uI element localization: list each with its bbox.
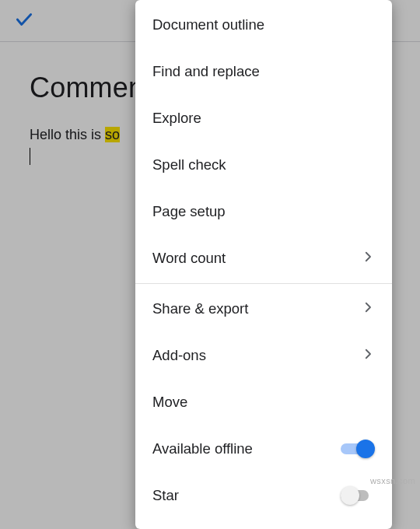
menu-item-move[interactable]: Move — [135, 379, 392, 426]
menu-item-label: Share & export — [152, 300, 361, 317]
menu-item-label: Word count — [152, 250, 361, 267]
app-root: Comment usage Hello this is so Document … — [0, 0, 420, 529]
menu-item-label: Spell check — [152, 156, 375, 173]
chevron-right-icon — [361, 347, 375, 365]
menu-item-label: Page setup — [152, 203, 375, 220]
chevron-right-icon — [361, 250, 375, 268]
menu-item-available-offline[interactable]: Available offline — [135, 426, 392, 472]
menu-item-label: Document outline — [152, 16, 375, 33]
menu-item-word-count[interactable]: Word count — [135, 235, 392, 282]
toggle-thumb — [341, 486, 359, 505]
menu-item-share-export[interactable]: Share & export — [135, 286, 392, 332]
watermark: wsxsn.com — [370, 476, 415, 485]
chevron-right-icon — [361, 300, 375, 318]
menu-item-spell-check[interactable]: Spell check — [135, 142, 392, 188]
menu-divider — [135, 283, 392, 284]
toggle-available-offline[interactable] — [341, 440, 375, 458]
menu-item-page-setup[interactable]: Page setup — [135, 188, 392, 235]
menu-item-explore[interactable]: Explore — [135, 95, 392, 142]
toggle-thumb — [356, 440, 375, 458]
menu-item-label: Available offline — [152, 440, 341, 457]
toggle-star[interactable] — [341, 486, 375, 505]
menu-item-label: Star — [152, 487, 341, 504]
menu-item-label: Move — [152, 394, 375, 411]
menu-item-label: Explore — [152, 110, 375, 127]
overflow-menu: Document outlineFind and replaceExploreS… — [135, 0, 392, 529]
menu-item-label: Find and replace — [152, 63, 375, 80]
menu-item-find-replace[interactable]: Find and replace — [135, 48, 392, 95]
menu-item-label: Add-ons — [152, 347, 361, 364]
menu-item-star[interactable]: Star — [135, 472, 392, 519]
menu-item-add-ons[interactable]: Add-ons — [135, 332, 392, 379]
menu-item-document-outline[interactable]: Document outline — [135, 2, 392, 48]
